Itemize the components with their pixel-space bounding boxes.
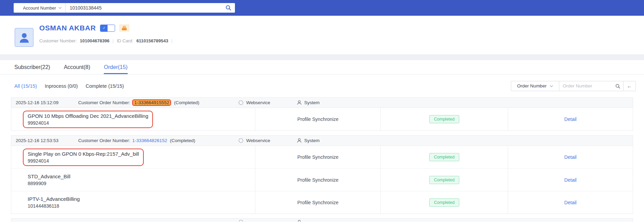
search-type-label: Account Number bbox=[23, 5, 56, 11]
chevron-down-icon bbox=[550, 85, 553, 87]
status-cell: Completed bbox=[380, 108, 508, 130]
order-number-link[interactable]: 1-333664915552 bbox=[132, 99, 171, 106]
webservice-sync-icon bbox=[238, 220, 243, 222]
id-card-label: ID Card: bbox=[117, 38, 133, 43]
product-annotation-box: Single Play on GPON 0 Kbps-Rep:2157_Adv_… bbox=[23, 149, 144, 166]
chevron-down-icon bbox=[58, 7, 62, 9]
order-search-type-dropdown[interactable]: Order Number bbox=[511, 81, 559, 91]
detail-link[interactable]: Detail bbox=[564, 177, 577, 183]
order-item-row: STD_Advance_Bill 8899909 Profile Synchro… bbox=[11, 168, 633, 191]
detail-cell: Detail bbox=[508, 146, 633, 168]
order-item-row: Single Play on GPON 0 Kbps-Rep:2157_Adv_… bbox=[11, 146, 633, 168]
detail-cell: Detail bbox=[508, 169, 633, 191]
id-card-value: 6110156789543 bbox=[136, 38, 168, 43]
product-cell: IPTV-1_AdvanceBilling 101444836118 bbox=[11, 191, 255, 213]
detail-link[interactable]: Detail bbox=[564, 154, 577, 160]
order-group-header-partial bbox=[11, 218, 633, 222]
order-number-link[interactable]: 1-333664826152 bbox=[132, 138, 167, 143]
action-cell: Profile Synchronize bbox=[255, 108, 380, 130]
account-search-combo: Account Number bbox=[14, 3, 235, 13]
order-item-row: GPON 10 Mbps Offloading Dec 2021_Advance… bbox=[11, 108, 633, 130]
tab-account[interactable]: Account(8) bbox=[64, 60, 90, 74]
order-filter-row: All (15/15) Inprocess (0/0) Complete (15… bbox=[0, 74, 644, 97]
order-group-header: 2025-12-16 15:12:09 Customer Order Numbe… bbox=[11, 98, 633, 108]
order-item-row: IPTV-1_AdvanceBilling 101444836118 Profi… bbox=[11, 191, 633, 213]
tabs-bar: Subscriber(22) Account(8) Order(15) bbox=[0, 60, 644, 74]
product-cell: GPON 10 Mbps Offloading Dec 2021_Advance… bbox=[11, 108, 255, 130]
search-type-dropdown[interactable]: Account Number bbox=[14, 3, 66, 13]
gender-toggle[interactable]: ♂ bbox=[100, 25, 115, 32]
product-name: STD_Advance_Bill bbox=[28, 174, 70, 179]
action-cell: Profile Synchronize bbox=[255, 169, 380, 191]
status-badge: Completed bbox=[429, 115, 459, 123]
product-cell: STD_Advance_Bill 8899909 bbox=[11, 169, 255, 191]
product-block: IPTV-1_AdvanceBilling 101444836118 bbox=[23, 194, 85, 211]
detail-cell: Detail bbox=[508, 108, 633, 130]
product-name: GPON 10 Mbps Offloading Dec 2021_Advance… bbox=[28, 113, 148, 119]
order-datetime: 2025-12-16 15:12:09 bbox=[16, 100, 78, 105]
filter-all[interactable]: All (15/15) bbox=[14, 83, 37, 89]
search-icon[interactable] bbox=[615, 84, 620, 89]
user-icon bbox=[297, 220, 302, 222]
order-group-header: 2025-12-16 12:53:53 Customer Order Numbe… bbox=[11, 136, 633, 146]
birthday-cake-icon bbox=[122, 26, 127, 30]
order-search-group: Order Number ← bbox=[511, 81, 636, 91]
order-group: 2025-12-16 15:12:09 Customer Order Numbe… bbox=[11, 97, 633, 131]
product-annotation-box: GPON 10 Mbps Offloading Dec 2021_Advance… bbox=[23, 111, 153, 128]
order-status-text: (Completed) bbox=[174, 100, 199, 105]
detail-link[interactable]: Detail bbox=[564, 200, 577, 205]
order-number-search-input[interactable] bbox=[559, 81, 623, 91]
order-number-label: Customer Order Number: bbox=[78, 138, 130, 143]
product-block: STD_Advance_Bill 8899909 bbox=[23, 171, 75, 189]
order-datetime: 2025-12-16 12:53:53 bbox=[16, 138, 78, 143]
order-status-text: (Completed) bbox=[170, 138, 195, 143]
avatar bbox=[15, 28, 33, 47]
detail-cell: Detail bbox=[508, 191, 633, 213]
collapse-search-button[interactable]: ← bbox=[624, 81, 636, 91]
order-operator: System bbox=[297, 100, 320, 105]
channel-label: Webservice bbox=[246, 138, 270, 143]
customer-header-card: OSMAN AKBAR ♂ Customer Number: 101004678… bbox=[0, 16, 644, 54]
product-number: 99924014 bbox=[28, 158, 139, 164]
detail-link[interactable]: Detail bbox=[564, 116, 577, 122]
webservice-sync-icon bbox=[238, 138, 243, 143]
customer-number-label: Customer Number: bbox=[39, 38, 77, 43]
person-icon bbox=[18, 31, 30, 44]
customer-number-value: 101004678396 bbox=[80, 38, 110, 43]
crm-order-screen: Account Number bbox=[0, 0, 644, 222]
status-cell: Completed bbox=[380, 146, 508, 168]
webservice-sync-icon bbox=[238, 100, 243, 105]
action-cell: Profile Synchronize bbox=[255, 146, 380, 168]
order-channel: Webservice bbox=[238, 138, 270, 143]
male-gender-icon: ♂ bbox=[100, 25, 108, 31]
order-number-label: Customer Order Number: bbox=[78, 100, 130, 105]
channel-label: Webservice bbox=[246, 100, 270, 105]
order-operator: System bbox=[297, 138, 320, 143]
customer-name: OSMAN AKBAR bbox=[39, 24, 96, 32]
order-list: 2025-12-16 15:12:09 Customer Order Numbe… bbox=[11, 97, 633, 222]
search-icon[interactable] bbox=[225, 5, 232, 11]
order-group: 2025-12-16 12:53:53 Customer Order Numbe… bbox=[11, 135, 633, 214]
product-cell: Single Play on GPON 0 Kbps-Rep:2157_Adv_… bbox=[11, 146, 255, 168]
filter-complete[interactable]: Complete (15/15) bbox=[86, 83, 124, 89]
tab-subscriber[interactable]: Subscriber(22) bbox=[14, 60, 50, 74]
operator-label: System bbox=[304, 100, 320, 105]
product-name: IPTV-1_AdvanceBilling bbox=[28, 196, 80, 202]
filter-inprocess[interactable]: Inprocess (0/0) bbox=[45, 83, 78, 89]
birthday-badge bbox=[119, 24, 129, 32]
status-badge: Completed bbox=[429, 198, 459, 207]
tab-order[interactable]: Order(15) bbox=[104, 60, 127, 74]
user-icon bbox=[297, 138, 302, 143]
account-search-input[interactable] bbox=[66, 3, 235, 13]
action-cell: Profile Synchronize bbox=[255, 191, 380, 213]
customer-info-row: Customer Number: 101004678396 | ID Card:… bbox=[39, 38, 172, 43]
product-number: 101444836118 bbox=[28, 203, 80, 209]
top-navigation-bar: Account Number bbox=[0, 0, 644, 16]
product-name: Single Play on GPON 0 Kbps-Rep:2157_Adv_… bbox=[28, 151, 139, 157]
status-badge: Completed bbox=[429, 153, 459, 161]
status-cell: Completed bbox=[380, 191, 508, 213]
section-divider bbox=[0, 54, 644, 60]
left-arrow-icon: ← bbox=[627, 83, 632, 89]
account-search-field bbox=[66, 3, 235, 13]
product-number: 8899909 bbox=[28, 181, 70, 186]
